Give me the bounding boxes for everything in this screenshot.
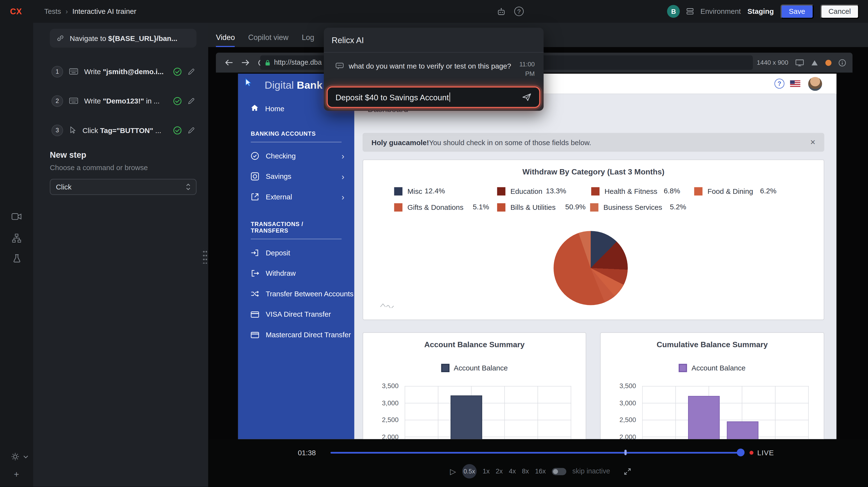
pie-legend-item: Business Services <box>590 203 662 212</box>
speed-controls: 0.5x1x2x4x8x16x <box>462 464 546 478</box>
send-icon[interactable] <box>522 93 531 101</box>
info-icon[interactable] <box>839 59 846 66</box>
panel-resize-handle[interactable] <box>202 249 207 264</box>
step-success-icon <box>173 97 181 105</box>
step-row[interactable]: 3 Click Tag="BUTTON" ... <box>50 121 197 140</box>
y-axis-tick-label: 2,000 <box>600 433 636 439</box>
bank-nav-item-savings[interactable]: Savings › <box>238 166 354 187</box>
bank-nav-item-transfer-between-accounts[interactable]: Transfer Between Accounts <box>238 283 354 304</box>
save-button[interactable]: Save <box>781 4 813 19</box>
speed-option-1x[interactable]: 1x <box>483 467 490 475</box>
step-row[interactable]: 1 Write "jsmith@demo.i... <box>50 62 197 81</box>
step-success-icon <box>173 67 181 75</box>
step-edit-icon[interactable] <box>188 126 195 134</box>
progress-marker[interactable] <box>624 450 626 455</box>
pie-legend-item: Bills & Utilities <box>497 203 556 212</box>
warning-triangle-icon[interactable] <box>811 60 818 66</box>
legend-label: Account Balance <box>691 364 745 372</box>
pie-legend-value: 12.4% <box>425 187 445 195</box>
new-step-subtitle: Choose a command or browse <box>50 163 197 172</box>
progress-bar[interactable] <box>331 452 743 454</box>
bar-chart-legend: Account Balance <box>600 364 824 372</box>
progress-knob[interactable] <box>737 449 744 456</box>
chevron-down-icon[interactable] <box>23 455 28 459</box>
speed-option-16x[interactable]: 16x <box>535 467 546 475</box>
ai-robot-icon[interactable] <box>497 7 505 15</box>
navigate-step-row[interactable]: Navigate to ${BASE_URL}/ban... <box>50 29 197 48</box>
step-edit-icon[interactable] <box>188 68 195 75</box>
tab-video[interactable]: Video <box>216 33 235 47</box>
ai-command-input[interactable]: Deposit $40 to Savings Account <box>327 87 540 108</box>
step-edit-icon[interactable] <box>188 97 195 104</box>
speed-option-4x[interactable]: 4x <box>509 467 516 475</box>
withdraw-category-card: Withdraw By Category (Last 3 Months) Mis… <box>363 159 824 320</box>
navigate-step-text: Navigate to ${BASE_URL}/ban... <box>70 34 177 42</box>
pie-legend-item: Misc <box>394 187 422 195</box>
bank-nav-label: Transfer Between Accounts <box>266 290 353 298</box>
bank-nav-label: External <box>266 193 292 201</box>
play-icon[interactable]: ▷ <box>450 467 456 476</box>
bank-nav-label: Home <box>265 104 284 113</box>
speed-option-8x[interactable]: 8x <box>522 467 529 475</box>
step-success-icon <box>173 126 181 134</box>
bank-user-avatar[interactable] <box>808 77 822 91</box>
y-axis-tick-label: 3,500 <box>363 382 398 390</box>
select-chevrons-icon <box>186 183 190 191</box>
step-text: Write "jsmith@demo.i... <box>84 67 167 75</box>
pie-chart-title: Withdraw By Category (Last 3 Months) <box>363 167 824 176</box>
account-balance-card: Account Balance Summary Account Balance … <box>363 332 586 439</box>
chat-bubble-icon <box>335 62 344 70</box>
step-row[interactable]: 2 Write "Demo123!" in ... <box>50 91 197 110</box>
app-logo[interactable]: CX <box>10 6 22 16</box>
live-dot-icon <box>750 451 753 455</box>
bank-nav-item-mastercard-direct-transfer[interactable]: Mastercard Direct Transfer <box>238 325 354 345</box>
bar <box>451 395 482 439</box>
pie-legend-value: 5.2% <box>670 203 686 212</box>
tab-log[interactable]: Log <box>302 33 314 47</box>
flows-sitemap-icon[interactable] <box>12 234 21 243</box>
pie-legend-value: 13.3% <box>546 187 566 195</box>
status-dot-icon[interactable] <box>826 60 831 66</box>
y-axis-tick-label: 3,000 <box>600 399 636 407</box>
add-plus-icon[interactable]: + <box>14 469 19 480</box>
tests-flask-icon[interactable] <box>13 254 21 263</box>
us-flag-icon[interactable] <box>790 80 800 87</box>
alert-close-icon[interactable]: × <box>810 138 815 147</box>
playback-controls-row: ▷ 0.5x1x2x4x8x16x skip inactive <box>450 463 631 479</box>
y-axis-tick-label: 2,500 <box>600 416 636 424</box>
new-step-title: New step <box>50 150 197 159</box>
topbar-right-group: B Environment Staging Save Cancel <box>667 0 859 23</box>
user-avatar[interactable]: B <box>667 5 680 18</box>
command-select[interactable]: Click <box>50 179 197 195</box>
card-icon <box>251 311 259 317</box>
bank-nav-item-checking[interactable]: Checking › <box>238 146 354 166</box>
speed-option-0.5x[interactable]: 0.5x <box>462 464 476 478</box>
speed-option-2x[interactable]: 2x <box>496 467 503 475</box>
back-arrow-icon[interactable] <box>225 59 233 66</box>
bar-chart-legend: Account Balance <box>363 364 586 372</box>
breadcrumb-tests[interactable]: Tests <box>44 7 61 16</box>
browser-meta-group: 1440 x 900 <box>757 53 846 72</box>
chevron-right-icon: › <box>341 172 344 181</box>
breadcrumb: Tests › Interactive AI trainer <box>44 0 136 23</box>
help-icon[interactable]: ? <box>514 6 524 16</box>
input-value: Deposit $40 to Savings Account <box>335 93 449 102</box>
bank-nav-item-visa-direct-transfer[interactable]: VISA Direct Transfer <box>238 304 354 325</box>
settings-gear-icon[interactable] <box>11 452 20 461</box>
monitor-icon[interactable] <box>796 59 804 66</box>
cancel-button[interactable]: Cancel <box>820 4 859 19</box>
environment-icon[interactable] <box>687 8 694 15</box>
bar <box>688 396 719 439</box>
fullscreen-icon[interactable] <box>624 467 631 475</box>
forward-arrow-icon[interactable] <box>242 59 250 66</box>
bank-nav-item-withdraw[interactable]: Withdraw <box>238 263 354 284</box>
recordings-camera-icon[interactable] <box>11 213 22 220</box>
bank-help-icon[interactable]: ? <box>775 79 784 89</box>
tab-copilot-view[interactable]: Copilot view <box>248 33 288 47</box>
bank-nav-item-deposit[interactable]: Deposit <box>238 243 354 263</box>
skip-inactive-toggle[interactable] <box>552 467 566 475</box>
environment-value[interactable]: Staging <box>747 7 774 16</box>
url-text: http://stage.dba <box>274 59 321 66</box>
legend-swatch <box>441 364 449 372</box>
bank-nav-item-external[interactable]: External › <box>238 187 354 207</box>
